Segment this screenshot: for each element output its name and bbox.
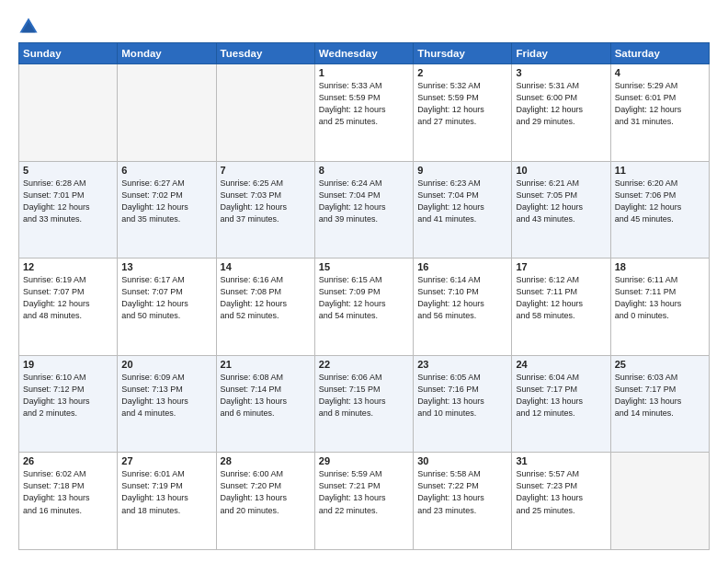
day-number: 5 (23, 165, 113, 176)
header (18, 17, 710, 37)
day-info: Sunrise: 6:04 AM Sunset: 7:17 PM Dayligh… (516, 372, 606, 419)
calendar-table: SundayMondayTuesdayWednesdayThursdayFrid… (18, 42, 710, 550)
day-number: 10 (516, 165, 606, 176)
calendar-day-cell: 25Sunrise: 6:03 AM Sunset: 7:17 PM Dayli… (610, 355, 709, 453)
calendar-week-row: 1Sunrise: 5:33 AM Sunset: 5:59 PM Daylig… (19, 64, 710, 162)
weekday-header-sunday: Sunday (19, 43, 118, 64)
day-number: 20 (121, 359, 211, 370)
day-info: Sunrise: 6:02 AM Sunset: 7:18 PM Dayligh… (23, 468, 113, 516)
day-info: Sunrise: 5:31 AM Sunset: 6:00 PM Dayligh… (516, 80, 606, 128)
day-number: 2 (417, 67, 507, 78)
day-number: 21 (221, 359, 311, 370)
calendar-day-cell: 5Sunrise: 6:28 AM Sunset: 7:01 PM Daylig… (19, 161, 118, 259)
calendar-day-cell: 20Sunrise: 6:09 AM Sunset: 7:13 PM Dayli… (118, 355, 216, 453)
day-info: Sunrise: 6:23 AM Sunset: 7:04 PM Dayligh… (417, 178, 507, 225)
day-number: 23 (417, 359, 507, 370)
day-info: Sunrise: 5:58 AM Sunset: 7:22 PM Dayligh… (417, 468, 507, 516)
calendar-day-cell: 2Sunrise: 5:32 AM Sunset: 5:59 PM Daylig… (414, 64, 512, 162)
day-number: 6 (121, 165, 211, 176)
calendar-day-cell: 3Sunrise: 5:31 AM Sunset: 6:00 PM Daylig… (512, 64, 610, 162)
calendar-day-cell: 14Sunrise: 6:16 AM Sunset: 7:08 PM Dayli… (216, 259, 314, 356)
day-info: Sunrise: 6:17 AM Sunset: 7:07 PM Dayligh… (121, 274, 211, 322)
calendar-day-cell: 9Sunrise: 6:23 AM Sunset: 7:04 PM Daylig… (414, 161, 512, 259)
day-number: 28 (221, 455, 311, 466)
day-info: Sunrise: 6:20 AM Sunset: 7:06 PM Dayligh… (615, 178, 705, 225)
day-info: Sunrise: 6:12 AM Sunset: 7:11 PM Dayligh… (516, 274, 606, 322)
calendar-day-cell: 19Sunrise: 6:10 AM Sunset: 7:12 PM Dayli… (19, 355, 118, 453)
weekday-header-monday: Monday (118, 43, 216, 64)
logo-icon (18, 17, 39, 37)
day-info: Sunrise: 6:03 AM Sunset: 7:17 PM Dayligh… (615, 372, 705, 419)
calendar-day-cell: 4Sunrise: 5:29 AM Sunset: 6:01 PM Daylig… (610, 64, 709, 162)
day-number: 17 (516, 261, 606, 272)
day-number: 25 (615, 359, 705, 370)
day-number: 18 (615, 261, 705, 272)
day-info: Sunrise: 5:57 AM Sunset: 7:23 PM Dayligh… (516, 468, 606, 516)
day-number: 16 (417, 261, 507, 272)
day-number: 15 (319, 261, 409, 272)
weekday-header-wednesday: Wednesday (314, 43, 413, 64)
day-number: 31 (516, 455, 606, 466)
day-info: Sunrise: 5:33 AM Sunset: 5:59 PM Dayligh… (319, 80, 409, 128)
weekday-header-row: SundayMondayTuesdayWednesdayThursdayFrid… (19, 43, 710, 64)
calendar-day-cell: 26Sunrise: 6:02 AM Sunset: 7:18 PM Dayli… (19, 453, 118, 550)
day-number: 12 (23, 261, 113, 272)
calendar-day-cell: 30Sunrise: 5:58 AM Sunset: 7:22 PM Dayli… (414, 453, 512, 550)
calendar-day-cell: 8Sunrise: 6:24 AM Sunset: 7:04 PM Daylig… (314, 161, 413, 259)
day-number: 4 (615, 67, 705, 78)
day-info: Sunrise: 6:14 AM Sunset: 7:10 PM Dayligh… (417, 274, 507, 322)
day-info: Sunrise: 6:11 AM Sunset: 7:11 PM Dayligh… (615, 274, 705, 322)
calendar-day-cell (216, 64, 314, 162)
day-number: 26 (23, 455, 113, 466)
weekday-header-saturday: Saturday (610, 43, 709, 64)
day-number: 22 (319, 359, 409, 370)
calendar-week-row: 19Sunrise: 6:10 AM Sunset: 7:12 PM Dayli… (19, 355, 710, 453)
day-info: Sunrise: 5:29 AM Sunset: 6:01 PM Dayligh… (615, 80, 705, 128)
calendar-day-cell: 13Sunrise: 6:17 AM Sunset: 7:07 PM Dayli… (118, 259, 216, 356)
day-info: Sunrise: 6:27 AM Sunset: 7:02 PM Dayligh… (121, 178, 211, 225)
calendar-day-cell: 15Sunrise: 6:15 AM Sunset: 7:09 PM Dayli… (314, 259, 413, 356)
day-info: Sunrise: 6:24 AM Sunset: 7:04 PM Dayligh… (319, 178, 409, 225)
calendar-day-cell: 7Sunrise: 6:25 AM Sunset: 7:03 PM Daylig… (216, 161, 314, 259)
day-number: 1 (319, 67, 409, 78)
day-info: Sunrise: 5:59 AM Sunset: 7:21 PM Dayligh… (319, 468, 409, 516)
calendar-day-cell: 24Sunrise: 6:04 AM Sunset: 7:17 PM Dayli… (512, 355, 610, 453)
day-number: 9 (417, 165, 507, 176)
day-number: 29 (319, 455, 409, 466)
day-info: Sunrise: 6:16 AM Sunset: 7:08 PM Dayligh… (221, 274, 311, 322)
calendar-day-cell: 28Sunrise: 6:00 AM Sunset: 7:20 PM Dayli… (216, 453, 314, 550)
weekday-header-thursday: Thursday (414, 43, 512, 64)
calendar-day-cell: 12Sunrise: 6:19 AM Sunset: 7:07 PM Dayli… (19, 259, 118, 356)
page: SundayMondayTuesdayWednesdayThursdayFrid… (0, 0, 728, 563)
day-number: 8 (319, 165, 409, 176)
calendar-day-cell: 21Sunrise: 6:08 AM Sunset: 7:14 PM Dayli… (216, 355, 314, 453)
day-number: 24 (516, 359, 606, 370)
calendar-day-cell: 31Sunrise: 5:57 AM Sunset: 7:23 PM Dayli… (512, 453, 610, 550)
calendar-day-cell: 27Sunrise: 6:01 AM Sunset: 7:19 PM Dayli… (118, 453, 216, 550)
calendar-day-cell (610, 453, 709, 550)
day-info: Sunrise: 6:00 AM Sunset: 7:20 PM Dayligh… (221, 468, 311, 516)
calendar-day-cell: 11Sunrise: 6:20 AM Sunset: 7:06 PM Dayli… (610, 161, 709, 259)
calendar-day-cell: 1Sunrise: 5:33 AM Sunset: 5:59 PM Daylig… (314, 64, 413, 162)
weekday-header-tuesday: Tuesday (216, 43, 314, 64)
day-info: Sunrise: 5:32 AM Sunset: 5:59 PM Dayligh… (417, 80, 507, 128)
day-info: Sunrise: 6:15 AM Sunset: 7:09 PM Dayligh… (319, 274, 409, 322)
calendar-week-row: 26Sunrise: 6:02 AM Sunset: 7:18 PM Dayli… (19, 453, 710, 550)
day-number: 27 (121, 455, 211, 466)
day-number: 3 (516, 67, 606, 78)
day-info: Sunrise: 6:06 AM Sunset: 7:15 PM Dayligh… (319, 372, 409, 419)
calendar-day-cell: 22Sunrise: 6:06 AM Sunset: 7:15 PM Dayli… (314, 355, 413, 453)
calendar-day-cell: 6Sunrise: 6:27 AM Sunset: 7:02 PM Daylig… (118, 161, 216, 259)
logo (18, 17, 42, 37)
day-number: 19 (23, 359, 113, 370)
day-info: Sunrise: 6:09 AM Sunset: 7:13 PM Dayligh… (121, 372, 211, 419)
calendar-day-cell: 16Sunrise: 6:14 AM Sunset: 7:10 PM Dayli… (414, 259, 512, 356)
day-number: 11 (615, 165, 705, 176)
day-info: Sunrise: 6:25 AM Sunset: 7:03 PM Dayligh… (221, 178, 311, 225)
weekday-header-friday: Friday (512, 43, 610, 64)
calendar-day-cell (118, 64, 216, 162)
calendar-day-cell: 18Sunrise: 6:11 AM Sunset: 7:11 PM Dayli… (610, 259, 709, 356)
day-number: 13 (121, 261, 211, 272)
day-number: 14 (221, 261, 311, 272)
calendar-day-cell: 23Sunrise: 6:05 AM Sunset: 7:16 PM Dayli… (414, 355, 512, 453)
